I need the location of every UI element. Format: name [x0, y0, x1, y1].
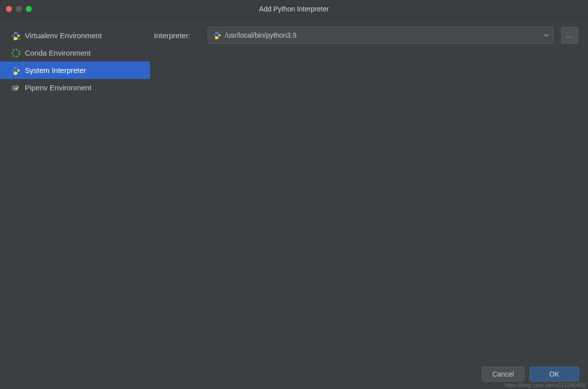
sidebar-item-pipenv[interactable]: Pipenv Environment [0, 79, 150, 96]
python-icon [213, 31, 221, 39]
dialog-footer: Cancel OK [0, 364, 588, 389]
cancel-button[interactable]: Cancel [482, 367, 524, 382]
sidebar-item-label: Conda Environment [25, 49, 91, 57]
window-controls [0, 6, 32, 12]
maximize-icon[interactable] [26, 6, 32, 12]
python-venv-icon: v [11, 31, 20, 40]
svg-text:v: v [18, 37, 21, 40]
chevron-down-icon [544, 31, 549, 40]
window-title: Add Python Interpreter [259, 5, 329, 13]
close-icon[interactable] [6, 6, 12, 12]
content-area: v Virtualenv Environment Conda Environme… [0, 18, 588, 364]
ellipsis-icon: ... [566, 31, 574, 39]
sidebar-item-label: Pipenv Environment [25, 83, 91, 92]
interpreter-dropdown[interactable]: /usr/local/bin/python3.9 [208, 27, 553, 44]
svg-point-1 [16, 38, 17, 39]
interpreter-path: /usr/local/bin/python3.9 [225, 31, 544, 39]
svg-point-7 [216, 32, 217, 33]
sidebar: v Virtualenv Environment Conda Environme… [0, 18, 150, 364]
interpreter-row: Interpreter: /usr/local/bin/python3.9 ..… [154, 27, 578, 44]
conda-icon [11, 49, 20, 58]
sidebar-item-label: System Interpreter [25, 66, 86, 74]
sidebar-item-label: Virtualenv Environment [25, 31, 102, 40]
main-panel: Interpreter: /usr/local/bin/python3.9 ..… [150, 18, 588, 364]
svg-point-4 [14, 67, 15, 68]
ok-button[interactable]: OK [529, 367, 579, 382]
interpreter-label: Interpreter: [154, 31, 200, 40]
titlebar: Add Python Interpreter [0, 0, 588, 18]
pipenv-icon [11, 83, 20, 92]
watermark: https://blog.csdn.net/u012246458 [504, 382, 585, 388]
svg-point-3 [12, 49, 20, 57]
sidebar-item-system[interactable]: System Interpreter [0, 62, 150, 79]
svg-point-5 [16, 72, 17, 73]
svg-point-8 [218, 37, 219, 38]
browse-button[interactable]: ... [561, 27, 578, 44]
python-icon [11, 66, 20, 75]
minimize-icon[interactable] [16, 6, 22, 12]
sidebar-item-conda[interactable]: Conda Environment [0, 44, 150, 62]
sidebar-item-virtualenv[interactable]: v Virtualenv Environment [0, 27, 150, 44]
svg-point-0 [14, 32, 15, 33]
